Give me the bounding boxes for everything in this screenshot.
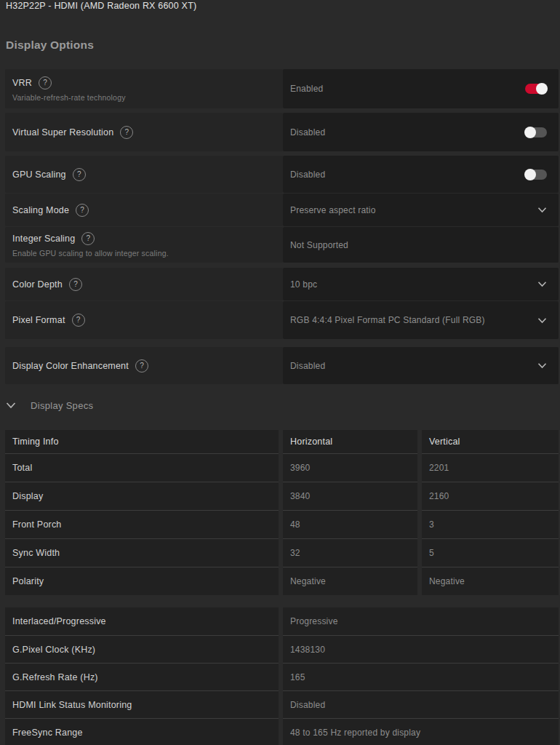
row-value: 48 to 165 Hz reported by display [283,718,559,745]
color-depth-value: 10 bpc [290,279,537,290]
scaling-mode-help-icon[interactable]: ? [76,204,89,217]
integer-scaling-label-cell: Integer Scaling ? Enable GPU scaling to … [5,227,283,263]
vertical-value: 5 [422,538,559,567]
display-info-table: Interlaced/Progressive Progressive G.Pix… [5,607,559,745]
vertical-value: 2201 [422,453,559,482]
row-label: Display [5,482,279,510]
pixel-format-label-cell: Pixel Format ? [5,301,283,339]
option-row-vrr: VRR ? Variable-refresh-rate technology E… [5,69,559,108]
row-label: G.Refresh Rate (Hz) [5,663,279,690]
dce-label: Display Color Enhancement [12,361,129,371]
dce-dropdown[interactable]: Disabled [283,347,559,384]
section-title-display-options: Display Options [6,39,94,52]
gpu-scaling-label: GPU Scaling [12,170,66,180]
color-depth-label: Color Depth [12,279,63,290]
display-specs-title: Display Specs [31,400,93,411]
option-row-display-color-enhancement: Display Color Enhancement ? Disabled [5,347,559,384]
vertical-value: 2160 [422,482,559,510]
row-value: 165 [283,663,559,690]
table-row-polarity: Polarity Negative Negative [5,567,559,595]
chevron-down-icon [537,281,547,287]
option-row-scaling-mode: Scaling Mode ? Preserve aspect ratio [5,194,559,226]
color-depth-label-cell: Color Depth ? [5,268,283,300]
dce-value: Disabled [290,361,537,371]
toggle-knob [524,127,536,138]
row-label: G.Pixel Clock (KHz) [5,635,279,663]
vertical-value: Negative [422,567,559,595]
pixel-format-dropdown[interactable]: RGB 4:4:4 Pixel Format PC Standard (Full… [283,301,559,339]
color-depth-dropdown[interactable]: 10 bpc [283,268,559,300]
scaling-mode-label-cell: Scaling Mode ? [5,194,283,226]
vrr-toggle[interactable] [525,84,547,94]
row-label: Sync Width [5,538,279,567]
horizontal-value: 3840 [283,482,417,510]
vsr-label: Virtual Super Resolution [12,127,113,138]
option-row-virtual-super-resolution: Virtual Super Resolution ? Disabled [5,113,559,151]
vrr-label: VRR [12,78,32,88]
table-row-total: Total 3960 2201 [5,453,559,482]
table-header-row: Timing Info Horizontal Vertical [5,430,559,453]
timing-info-table: Timing Info Horizontal Vertical Total 39… [5,430,559,595]
gpu-scaling-value: Disabled [290,170,525,180]
integer-scaling-label: Integer Scaling [12,234,75,244]
table-row-freesync-range: FreeSync Range 48 to 165 Hz reported by … [5,718,559,745]
column-header-vertical: Vertical [422,430,559,453]
column-header-timing-info: Timing Info [5,430,279,453]
toggle-knob [524,169,536,180]
scaling-mode-label: Scaling Mode [12,205,69,215]
row-label: HDMI Link Status Monitoring [5,690,279,718]
row-value: 1438130 [283,635,559,663]
vrr-label-cell: VRR ? Variable-refresh-rate technology [5,69,283,108]
horizontal-value: 3960 [283,453,417,482]
vsr-toggle[interactable] [525,127,547,138]
integer-scaling-value: Not Supported [290,240,548,250]
dce-help-icon[interactable]: ? [135,359,148,372]
row-value: Disabled [283,690,559,718]
chevron-down-icon [537,207,547,213]
gpu-scaling-help-icon[interactable]: ? [73,168,86,181]
row-label: Polarity [5,567,279,595]
pixel-format-value: RGB 4:4:4 Pixel Format PC Standard (Full… [290,315,537,325]
option-row-integer-scaling: Integer Scaling ? Enable GPU scaling to … [5,227,559,263]
vertical-value: 3 [422,510,559,538]
gpu-scaling-toggle[interactable] [525,170,547,180]
column-header-horizontal: Horizontal [283,430,417,453]
chevron-down-icon [537,362,547,369]
row-label: Interlaced/Progressive [5,607,279,635]
table-row-gpixel-clock: G.Pixel Clock (KHz) 1438130 [5,635,559,663]
vrr-sublabel: Variable-refresh-rate technology [12,93,283,102]
table-row-grefresh-rate: G.Refresh Rate (Hz) 165 [5,663,559,690]
horizontal-value: 32 [283,538,417,567]
scaling-mode-dropdown[interactable]: Preserve aspect ratio [283,194,559,226]
table-row-display: Display 3840 2160 [5,482,559,510]
table-row-sync-width: Sync Width 32 5 [5,538,559,567]
gpu-scaling-value-cell: Disabled [283,156,559,193]
row-value: Progressive [283,607,559,635]
row-label: Front Porch [5,510,279,538]
page-title: H32P22P - HDMI (AMD Radeon RX 6600 XT) [6,1,196,11]
integer-scaling-sublabel: Enable GPU scaling to allow integer scal… [12,249,283,258]
vsr-help-icon[interactable]: ? [120,126,133,139]
vrr-help-icon[interactable]: ? [39,76,52,89]
display-specs-header[interactable]: Display Specs [6,397,93,414]
vrr-value: Enabled [290,84,525,94]
pixel-format-label: Pixel Format [12,315,65,325]
horizontal-value: Negative [283,567,417,595]
color-depth-help-icon[interactable]: ? [69,278,82,291]
vrr-value-cell: Enabled [283,69,559,108]
vsr-value-cell: Disabled [283,113,559,151]
integer-scaling-value-cell: Not Supported [283,227,559,263]
pixel-format-help-icon[interactable]: ? [72,314,85,327]
option-row-gpu-scaling: GPU Scaling ? Disabled [5,156,559,193]
row-label: FreeSync Range [5,718,279,745]
table-row-interlaced-progressive: Interlaced/Progressive Progressive [5,607,559,635]
chevron-down-icon [6,402,16,409]
integer-scaling-help-icon[interactable]: ? [81,232,95,245]
horizontal-value: 48 [283,510,417,538]
vsr-value: Disabled [290,127,525,138]
chevron-down-icon [537,317,547,324]
option-row-color-depth: Color Depth ? 10 bpc [5,268,559,300]
gpu-scaling-label-cell: GPU Scaling ? [5,156,283,193]
table-row-front-porch: Front Porch 48 3 [5,510,559,538]
dce-label-cell: Display Color Enhancement ? [5,347,283,384]
